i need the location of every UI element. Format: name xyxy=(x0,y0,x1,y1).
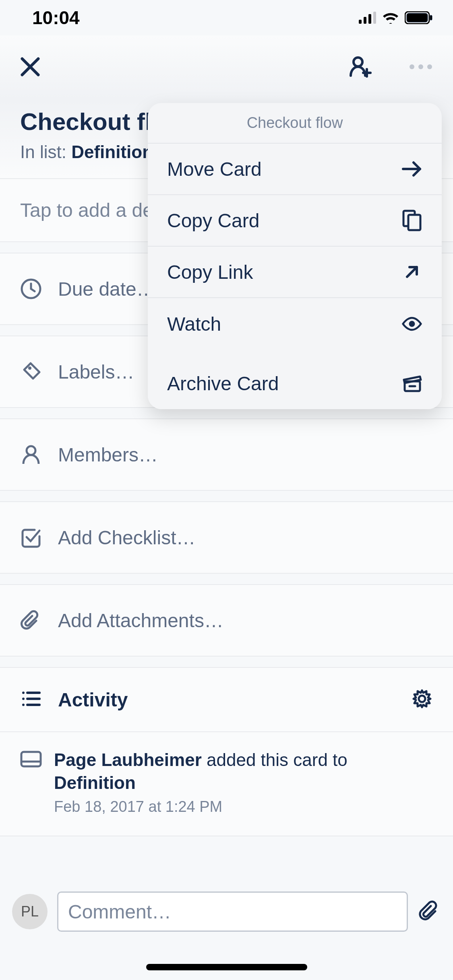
status-bar: 10:04 xyxy=(0,0,453,35)
attachments-label: Add Attachments… xyxy=(58,609,223,632)
svg-rect-1 xyxy=(364,17,366,24)
copy-link-label: Copy Link xyxy=(167,261,253,283)
svg-rect-5 xyxy=(407,13,428,22)
popover-title: Checkout flow xyxy=(148,103,442,144)
arrow-right-icon xyxy=(401,159,422,179)
watch-item[interactable]: Watch xyxy=(148,298,442,350)
wifi-icon xyxy=(382,12,399,24)
copy-link-item[interactable]: Copy Link xyxy=(148,247,442,298)
arrow-up-right-icon xyxy=(401,261,422,282)
copy-card-label: Copy Card xyxy=(167,210,259,232)
due-date-label: Due date… xyxy=(58,278,156,300)
svg-point-16 xyxy=(28,366,31,370)
checklist-row[interactable]: Add Checklist… xyxy=(0,501,453,574)
svg-point-9 xyxy=(354,58,362,66)
copy-card-item[interactable]: Copy Card xyxy=(148,195,442,247)
comment-bar: PL Comment… xyxy=(0,891,453,932)
members-label: Members… xyxy=(58,444,158,466)
svg-rect-3 xyxy=(373,12,376,24)
eye-icon xyxy=(401,313,422,334)
nav-bar xyxy=(0,35,453,100)
svg-point-18 xyxy=(22,692,25,694)
svg-line-30 xyxy=(407,267,417,277)
battery-icon xyxy=(405,11,433,24)
watch-label: Watch xyxy=(167,313,221,335)
svg-point-14 xyxy=(427,64,432,69)
archive-card-item[interactable]: Archive Card xyxy=(148,358,442,409)
archive-card-label: Archive Card xyxy=(167,373,279,395)
svg-rect-29 xyxy=(408,215,420,230)
activity-icon xyxy=(20,688,42,711)
activity-heading: Activity xyxy=(58,689,395,711)
status-icons xyxy=(359,11,433,24)
activity-entry: Page Laubheimer added this card to Defin… xyxy=(0,731,453,836)
svg-rect-2 xyxy=(368,14,371,24)
activity-heading-row: Activity xyxy=(0,667,453,731)
avatar[interactable]: PL xyxy=(12,894,48,929)
members-row[interactable]: Members… xyxy=(0,418,453,491)
attach-icon[interactable] xyxy=(418,899,441,924)
tag-icon xyxy=(20,361,42,383)
clock-icon xyxy=(20,278,42,300)
archive-icon xyxy=(401,373,422,394)
copy-icon xyxy=(401,210,422,231)
close-icon[interactable] xyxy=(20,57,40,78)
checklist-label: Add Checklist… xyxy=(58,527,195,549)
paperclip-icon xyxy=(20,609,42,631)
more-icon[interactable] xyxy=(409,64,433,71)
svg-point-12 xyxy=(410,64,414,69)
activity-text: Page Laubheimer added this card to Defin… xyxy=(54,748,433,794)
svg-point-22 xyxy=(22,704,25,706)
svg-point-31 xyxy=(409,321,415,327)
svg-point-17 xyxy=(27,446,35,455)
checkbox-icon xyxy=(20,527,42,548)
card-icon xyxy=(20,751,42,772)
move-card-label: Move Card xyxy=(167,158,262,180)
attachments-row[interactable]: Add Attachments… xyxy=(0,584,453,657)
svg-rect-0 xyxy=(359,20,362,24)
svg-rect-25 xyxy=(21,752,41,766)
svg-rect-6 xyxy=(430,15,432,20)
add-member-icon[interactable] xyxy=(348,55,372,80)
svg-point-24 xyxy=(419,696,425,702)
home-indicator xyxy=(146,964,307,970)
svg-point-20 xyxy=(22,698,25,700)
svg-point-13 xyxy=(418,64,423,69)
cellular-icon xyxy=(359,12,376,24)
card-actions-popover: Checkout flow Move Card Copy Card Copy L… xyxy=(148,103,442,409)
activity-time: Feb 18, 2017 at 1:24 PM xyxy=(54,798,433,815)
labels-label: Labels… xyxy=(58,361,134,383)
gear-icon[interactable] xyxy=(411,688,433,711)
comment-input[interactable]: Comment… xyxy=(57,891,408,932)
move-card-item[interactable]: Move Card xyxy=(148,144,442,195)
status-time: 10:04 xyxy=(32,7,80,29)
person-icon xyxy=(20,444,42,465)
